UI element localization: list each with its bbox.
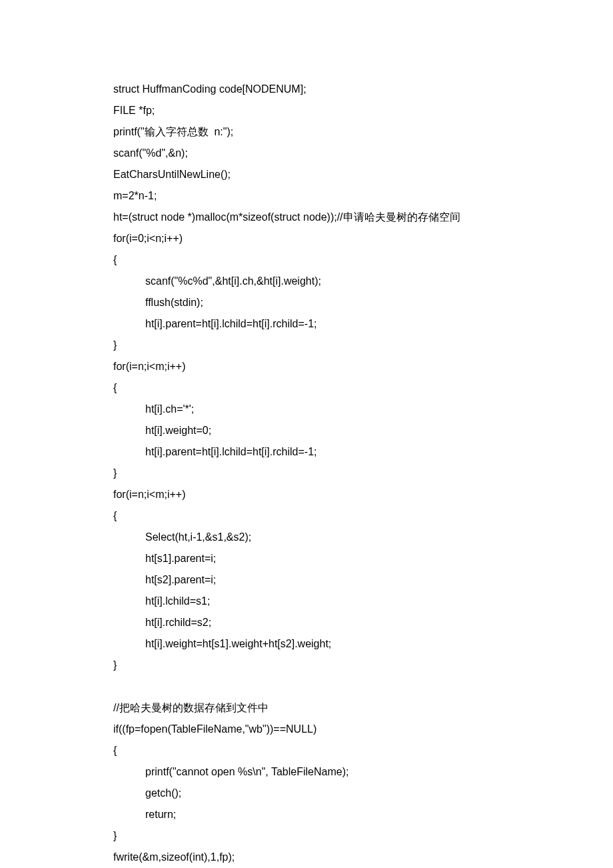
code-line: //把哈夫曼树的数据存储到文件中 <box>113 697 500 719</box>
code-line: for(i=n;i<m;i++) <box>113 356 500 377</box>
code-line: } <box>113 655 500 676</box>
code-line: getch(); <box>113 783 500 804</box>
code-line: } <box>113 463 500 484</box>
code-line: ht[i].parent=ht[i].lchild=ht[i].rchild=-… <box>113 313 500 335</box>
code-line: ht[s1].parent=i; <box>113 548 500 569</box>
code-line <box>113 676 500 697</box>
code-line: for(i=n;i<m;i++) <box>113 484 500 505</box>
code-line: ht[i].ch='*'; <box>113 399 500 420</box>
code-line: ht[i].parent=ht[i].lchild=ht[i].rchild=-… <box>113 441 500 463</box>
code-line: EatCharsUntilNewLine(); <box>113 164 500 185</box>
code-line: } <box>113 335 500 356</box>
code-line: for(i=0;i<n;i++) <box>113 228 500 249</box>
code-line: { <box>113 740 500 761</box>
code-line: printf("输入字符总数 n:"); <box>113 121 500 143</box>
code-line: m=2*n-1; <box>113 185 500 207</box>
code-line: struct HuffmanCoding code[NODENUM]; <box>113 79 500 100</box>
code-line: ht[s2].parent=i; <box>113 569 500 591</box>
code-line: } <box>113 825 500 847</box>
document-page: struct HuffmanCoding code[NODENUM];FILE … <box>0 0 613 868</box>
code-line: ht=(struct node *)malloc(m*sizeof(struct… <box>113 207 500 228</box>
code-line: if((fp=fopen(TableFileName,"wb"))==NULL) <box>113 719 500 740</box>
code-line: ht[i].weight=0; <box>113 420 500 441</box>
code-line: printf("cannot open %s\n", TableFileName… <box>113 761 500 783</box>
code-line: scanf("%d",&n); <box>113 143 500 164</box>
code-line: Select(ht,i-1,&s1,&s2); <box>113 527 500 548</box>
code-line: fwrite(&m,sizeof(int),1,fp); <box>113 847 500 868</box>
code-line: fflush(stdin); <box>113 292 500 313</box>
code-line: ht[i].lchild=s1; <box>113 591 500 612</box>
code-line: scanf("%c%d",&ht[i].ch,&ht[i].weight); <box>113 271 500 292</box>
code-line: { <box>113 377 500 399</box>
code-line: { <box>113 249 500 271</box>
code-line: { <box>113 505 500 527</box>
code-line: ht[i].weight=ht[s1].weight+ht[s2].weight… <box>113 633 500 655</box>
code-line: ht[i].rchild=s2; <box>113 612 500 633</box>
code-block: struct HuffmanCoding code[NODENUM];FILE … <box>113 79 500 868</box>
code-line: FILE *fp; <box>113 100 500 121</box>
code-line: return; <box>113 804 500 825</box>
